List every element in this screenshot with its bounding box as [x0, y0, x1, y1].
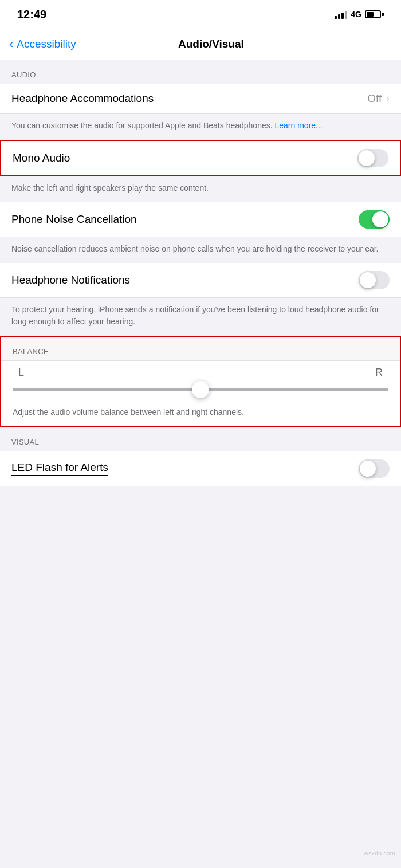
phone-noise-label: Phone Noise Cancellation — [11, 213, 137, 226]
balance-section-header: BALANCE — [1, 337, 400, 361]
visual-section-header: VISUAL — [0, 427, 401, 451]
page-title: Audio/Visual — [76, 38, 346, 50]
learn-more-link[interactable]: Learn more... — [275, 121, 323, 130]
headphone-accommodations-value: Off — [367, 92, 382, 105]
led-underline — [11, 475, 108, 477]
signal-bars-icon — [335, 10, 347, 19]
led-flash-label-container: LED Flash for Alerts — [11, 461, 108, 477]
headphone-notifications-label: Headphone Notifications — [11, 274, 130, 286]
watermark: wsxdn.com — [364, 850, 395, 857]
noise-description: Noise cancellation reduces ambient noise… — [0, 237, 401, 263]
hearing-description: To protect your hearing, iPhone sends a … — [0, 298, 401, 336]
phone-noise-row: Phone Noise Cancellation — [0, 202, 401, 237]
status-time: 12:49 — [17, 8, 46, 21]
battery-icon — [365, 10, 384, 18]
status-bar: 12:49 4G — [0, 0, 401, 29]
status-icons: 4G — [335, 10, 384, 19]
slider-track — [13, 388, 388, 391]
balance-description: Adjust the audio volume balance between … — [1, 400, 400, 426]
nav-bar: ‹ Accessibility Audio/Visual — [0, 29, 401, 60]
balance-highlight-box: BALANCE L R Adjust the audio volume bala… — [0, 336, 401, 427]
led-flash-row: LED Flash for Alerts — [0, 451, 401, 486]
led-flash-toggle[interactable] — [359, 459, 390, 478]
headphone-accommodations-label: Headphone Accommodations — [11, 92, 154, 105]
back-label: Accessibility — [17, 38, 76, 50]
back-chevron-icon: ‹ — [9, 37, 13, 52]
headphone-accommodations-right: Off › — [367, 92, 390, 105]
toggle-thumb-notif — [360, 272, 376, 288]
chevron-right-icon: › — [386, 93, 390, 104]
mono-audio-toggle[interactable] — [357, 149, 388, 167]
phone-noise-toggle[interactable] — [359, 210, 390, 229]
network-label: 4G — [351, 10, 361, 19]
mono-audio-highlight-box: Mono Audio — [0, 140, 401, 176]
headphone-description: You can customise the audio for supporte… — [0, 114, 401, 140]
back-button[interactable]: ‹ Accessibility — [9, 37, 76, 52]
slider-fill-left — [13, 388, 200, 391]
mono-audio-row: Mono Audio — [1, 141, 400, 175]
balance-card: L R Adjust the audio volume balance betw… — [1, 361, 400, 426]
audio-section-header: AUDIO — [0, 60, 401, 84]
headphone-notifications-toggle[interactable] — [359, 271, 390, 289]
balance-right-label: R — [375, 367, 383, 379]
toggle-thumb-led — [360, 461, 376, 477]
balance-slider-container[interactable] — [1, 384, 400, 400]
mono-audio-label: Mono Audio — [13, 152, 70, 164]
toggle-thumb-noise — [372, 211, 388, 227]
slider-thumb[interactable] — [192, 381, 209, 398]
led-flash-label: LED Flash for Alerts — [11, 461, 108, 474]
mono-description: Make the left and right speakers play th… — [0, 176, 401, 202]
balance-left-label: L — [18, 367, 24, 379]
toggle-thumb — [359, 150, 375, 166]
slider-fill-right — [200, 388, 388, 391]
headphone-accommodations-row[interactable]: Headphone Accommodations Off › — [0, 84, 401, 114]
headphone-notifications-row: Headphone Notifications — [0, 263, 401, 298]
